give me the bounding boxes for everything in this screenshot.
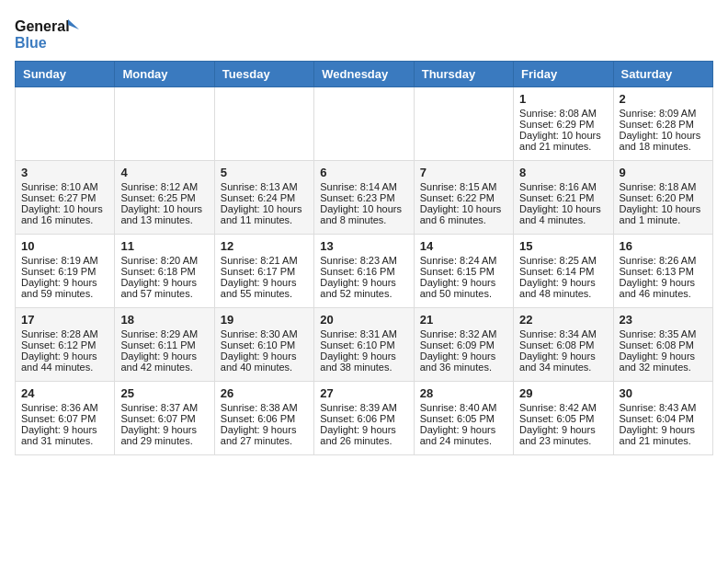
sunset-text: Sunset: 6:05 PM (519, 413, 607, 424)
day-number: 21 (420, 313, 507, 327)
sunset-text: Sunset: 6:06 PM (221, 413, 308, 424)
day-number: 16 (620, 239, 707, 253)
header-saturday: Saturday (613, 62, 712, 87)
sunset-text: Sunset: 6:20 PM (620, 192, 707, 203)
week-row-3: 10Sunrise: 8:19 AMSunset: 6:19 PMDayligh… (16, 235, 713, 308)
daylight-text: Daylight: 10 hours and 8 minutes. (320, 203, 407, 225)
page-header: GeneralBlue (15, 15, 713, 52)
day-cell (414, 87, 513, 161)
daylight-text: Daylight: 9 hours and 55 minutes. (221, 277, 308, 299)
day-number: 10 (21, 239, 108, 253)
daylight-text: Daylight: 9 hours and 38 minutes. (320, 350, 407, 373)
sunrise-text: Sunrise: 8:14 AM (320, 181, 407, 192)
sunrise-text: Sunrise: 8:32 AM (420, 328, 507, 339)
day-number: 27 (320, 386, 407, 400)
daylight-text: Daylight: 9 hours and 36 minutes. (420, 350, 507, 373)
daylight-text: Daylight: 9 hours and 34 minutes. (519, 350, 607, 373)
sunrise-text: Sunrise: 8:08 AM (519, 108, 607, 119)
sunset-text: Sunset: 6:22 PM (420, 192, 507, 203)
day-cell: 24Sunrise: 8:36 AMSunset: 6:07 PMDayligh… (16, 382, 115, 455)
sunrise-text: Sunrise: 8:26 AM (620, 255, 707, 266)
day-cell: 1Sunrise: 8:08 AMSunset: 6:29 PMDaylight… (514, 87, 613, 161)
day-cell: 19Sunrise: 8:30 AMSunset: 6:10 PMDayligh… (214, 308, 313, 382)
sunset-text: Sunset: 6:08 PM (519, 339, 607, 350)
sunrise-text: Sunrise: 8:40 AM (420, 402, 507, 413)
logo: GeneralBlue (15, 15, 88, 52)
sunset-text: Sunset: 6:10 PM (221, 339, 308, 350)
day-cell: 12Sunrise: 8:21 AMSunset: 6:17 PMDayligh… (214, 235, 313, 308)
day-number: 19 (221, 313, 308, 327)
day-cell: 8Sunrise: 8:16 AMSunset: 6:21 PMDaylight… (514, 161, 613, 235)
sunrise-text: Sunrise: 8:19 AM (21, 255, 108, 266)
day-cell: 14Sunrise: 8:24 AMSunset: 6:15 PMDayligh… (414, 235, 513, 308)
day-number: 14 (420, 239, 507, 253)
day-cell: 27Sunrise: 8:39 AMSunset: 6:06 PMDayligh… (314, 382, 414, 455)
daylight-text: Daylight: 10 hours and 16 minutes. (21, 203, 108, 225)
day-number: 30 (620, 386, 707, 400)
sunrise-text: Sunrise: 8:09 AM (620, 108, 707, 119)
sunset-text: Sunset: 6:29 PM (519, 119, 607, 130)
header-friday: Friday (514, 62, 613, 87)
sunset-text: Sunset: 6:25 PM (120, 192, 208, 203)
sunset-text: Sunset: 6:27 PM (21, 192, 108, 203)
daylight-text: Daylight: 9 hours and 27 minutes. (221, 424, 308, 446)
day-number: 6 (320, 166, 407, 179)
sunrise-text: Sunrise: 8:43 AM (620, 402, 707, 413)
week-row-2: 3Sunrise: 8:10 AMSunset: 6:27 PMDaylight… (16, 161, 713, 235)
logo-svg: GeneralBlue (15, 15, 88, 52)
daylight-text: Daylight: 9 hours and 24 minutes. (420, 424, 507, 446)
sunset-text: Sunset: 6:24 PM (221, 192, 308, 203)
day-number: 23 (620, 313, 707, 327)
daylight-text: Daylight: 10 hours and 21 minutes. (519, 130, 607, 152)
day-cell: 18Sunrise: 8:29 AMSunset: 6:11 PMDayligh… (115, 308, 214, 382)
day-cell (115, 87, 214, 161)
week-row-5: 24Sunrise: 8:36 AMSunset: 6:07 PMDayligh… (16, 382, 713, 455)
day-number: 15 (519, 239, 607, 253)
daylight-text: Daylight: 9 hours and 52 minutes. (320, 277, 407, 299)
daylight-text: Daylight: 9 hours and 32 minutes. (620, 350, 707, 373)
sunrise-text: Sunrise: 8:13 AM (221, 181, 308, 192)
sunset-text: Sunset: 6:10 PM (320, 339, 407, 350)
daylight-text: Daylight: 9 hours and 59 minutes. (21, 277, 108, 299)
day-number: 13 (320, 239, 407, 253)
day-number: 18 (120, 313, 208, 327)
day-cell: 2Sunrise: 8:09 AMSunset: 6:28 PMDaylight… (613, 87, 712, 161)
sunrise-text: Sunrise: 8:29 AM (120, 328, 208, 339)
sunrise-text: Sunrise: 8:34 AM (519, 328, 607, 339)
day-number: 29 (519, 386, 607, 400)
day-cell: 21Sunrise: 8:32 AMSunset: 6:09 PMDayligh… (414, 308, 513, 382)
day-number: 26 (221, 386, 308, 400)
sunset-text: Sunset: 6:15 PM (420, 266, 507, 277)
day-cell: 16Sunrise: 8:26 AMSunset: 6:13 PMDayligh… (613, 235, 712, 308)
sunset-text: Sunset: 6:12 PM (21, 339, 108, 350)
day-number: 5 (221, 166, 308, 179)
daylight-text: Daylight: 9 hours and 57 minutes. (120, 277, 208, 299)
sunset-text: Sunset: 6:19 PM (21, 266, 108, 277)
daylight-text: Daylight: 9 hours and 50 minutes. (420, 277, 507, 299)
sunrise-text: Sunrise: 8:12 AM (120, 181, 208, 192)
sunrise-text: Sunrise: 8:25 AM (519, 255, 607, 266)
day-cell: 4Sunrise: 8:12 AMSunset: 6:25 PMDaylight… (115, 161, 214, 235)
sunrise-text: Sunrise: 8:35 AM (620, 328, 707, 339)
sunset-text: Sunset: 6:13 PM (620, 266, 707, 277)
sunrise-text: Sunrise: 8:21 AM (221, 255, 308, 266)
day-cell: 10Sunrise: 8:19 AMSunset: 6:19 PMDayligh… (16, 235, 115, 308)
sunrise-text: Sunrise: 8:39 AM (320, 402, 407, 413)
day-number: 9 (620, 166, 707, 179)
header-monday: Monday (115, 62, 214, 87)
day-cell (16, 87, 115, 161)
day-cell: 26Sunrise: 8:38 AMSunset: 6:06 PMDayligh… (214, 382, 313, 455)
header-thursday: Thursday (414, 62, 513, 87)
sunrise-text: Sunrise: 8:23 AM (320, 255, 407, 266)
svg-text:Blue: Blue (15, 35, 47, 51)
day-cell: 17Sunrise: 8:28 AMSunset: 6:12 PMDayligh… (16, 308, 115, 382)
sunset-text: Sunset: 6:14 PM (519, 266, 607, 277)
day-cell: 30Sunrise: 8:43 AMSunset: 6:04 PMDayligh… (613, 382, 712, 455)
daylight-text: Daylight: 10 hours and 13 minutes. (120, 203, 208, 225)
week-row-1: 1Sunrise: 8:08 AMSunset: 6:29 PMDaylight… (16, 87, 713, 161)
sunset-text: Sunset: 6:09 PM (420, 339, 507, 350)
sunrise-text: Sunrise: 8:16 AM (519, 181, 607, 192)
day-cell: 28Sunrise: 8:40 AMSunset: 6:05 PMDayligh… (414, 382, 513, 455)
day-cell: 29Sunrise: 8:42 AMSunset: 6:05 PMDayligh… (514, 382, 613, 455)
sunset-text: Sunset: 6:08 PM (620, 339, 707, 350)
